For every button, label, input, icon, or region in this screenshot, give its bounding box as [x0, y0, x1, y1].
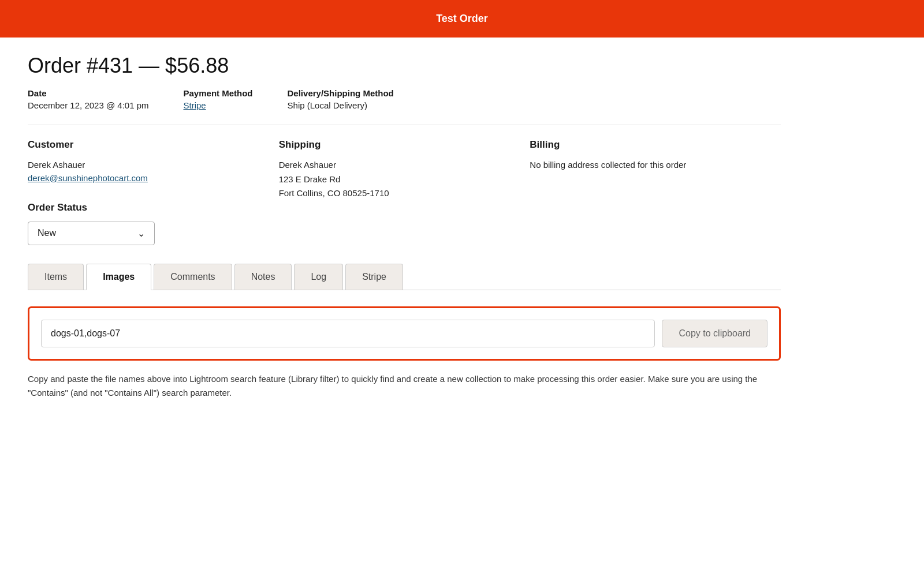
helper-text: Copy and paste the file names above into…: [28, 372, 781, 400]
shipping-col: Shipping Derek Ashauer 123 E Drake Rd Fo…: [279, 139, 530, 245]
customer-col: Customer Derek Ashauer derek@sunshinepho…: [28, 139, 279, 245]
test-order-banner: Test Order: [0, 0, 924, 38]
payment-value[interactable]: Stripe: [184, 100, 206, 110]
tab-notes[interactable]: Notes: [234, 264, 292, 290]
customer-heading: Customer: [28, 139, 279, 151]
file-names-input[interactable]: [41, 320, 655, 347]
tab-stripe[interactable]: Stripe: [345, 264, 403, 290]
billing-text: No billing address collected for this or…: [530, 159, 781, 172]
order-meta-row: Date December 12, 2023 @ 4:01 pm Payment…: [28, 88, 781, 111]
images-tab-content: Copy to clipboard Copy and paste the fil…: [28, 290, 781, 400]
shipping-address2: Fort Collins, CO 80525-1710: [279, 187, 530, 200]
images-panel: Copy to clipboard: [28, 306, 781, 361]
billing-heading: Billing: [530, 139, 781, 151]
order-status-dropdown[interactable]: New ⌄: [28, 222, 155, 245]
customer-name: Derek Ashauer: [28, 159, 279, 172]
images-input-row: Copy to clipboard: [41, 320, 767, 347]
order-status-heading: Order Status: [28, 202, 279, 213]
copy-to-clipboard-button[interactable]: Copy to clipboard: [662, 320, 767, 347]
date-label: Date: [28, 88, 149, 98]
shipping-name: Derek Ashauer: [279, 159, 530, 172]
date-block: Date December 12, 2023 @ 4:01 pm: [28, 88, 149, 111]
info-section: Customer Derek Ashauer derek@sunshinepho…: [28, 139, 781, 245]
order-status-section: Order Status New ⌄: [28, 202, 279, 245]
delivery-value: Ship (Local Delivery): [288, 100, 367, 110]
main-content: Order #431 — $56.88 Date December 12, 20…: [0, 38, 808, 423]
order-title: Order #431 — $56.88: [28, 54, 781, 78]
banner-label: Test Order: [436, 13, 488, 24]
divider-1: [28, 125, 781, 125]
delivery-label: Delivery/Shipping Method: [288, 88, 394, 98]
delivery-block: Delivery/Shipping Method Ship (Local Del…: [288, 88, 394, 111]
status-selected-value: New: [38, 228, 56, 238]
tab-images[interactable]: Images: [86, 264, 151, 290]
date-value: December 12, 2023 @ 4:01 pm: [28, 100, 149, 110]
tabs-row: Items Images Comments Notes Log Stripe: [28, 264, 781, 290]
shipping-heading: Shipping: [279, 139, 530, 151]
chevron-down-icon: ⌄: [137, 228, 145, 239]
shipping-address1: 123 E Drake Rd: [279, 173, 530, 186]
tab-items[interactable]: Items: [28, 264, 84, 290]
tab-comments[interactable]: Comments: [154, 264, 232, 290]
customer-email[interactable]: derek@sunshinephotocart.com: [28, 173, 148, 183]
billing-col: Billing No billing address collected for…: [530, 139, 781, 245]
payment-label: Payment Method: [184, 88, 253, 98]
tab-log[interactable]: Log: [294, 264, 343, 290]
payment-block: Payment Method Stripe: [184, 88, 253, 111]
